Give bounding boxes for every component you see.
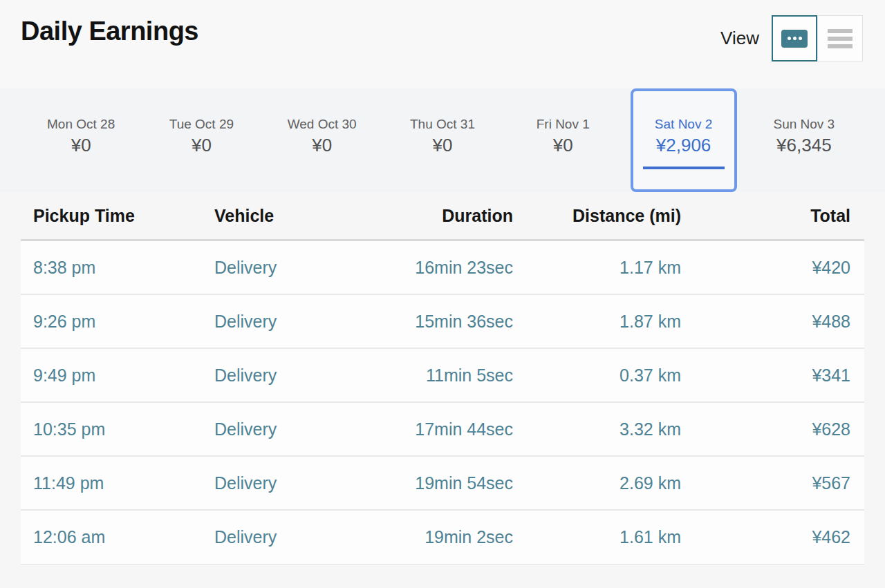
table-cell: Delivery [202,419,339,439]
day-label: Thu Oct 31 [410,116,475,133]
table-cell: 9:26 pm [21,312,202,332]
table-header-row: Pickup TimeVehicleDurationDistance (mi)T… [21,192,864,241]
day-selector-strip: Mon Oct 28¥0Tue Oct 29¥0Wed Oct 30¥0Thu … [0,88,885,192]
selected-day-box: Sat Nov 2¥2,906 [631,88,737,192]
topbar: Daily Earnings View [0,0,885,88]
day-box: Thu Oct 31¥0 [389,88,496,192]
day-box: Fri Nov 1¥0 [510,88,616,192]
table-cell: 19min 54sec [339,473,525,493]
table-cell: 1.17 km [525,258,693,278]
table-row[interactable]: 8:38 pmDelivery16min 23sec1.17 km¥420 [21,241,864,295]
table-cell: ¥488 [693,312,863,332]
day-tab-tue-oct-29[interactable]: Tue Oct 29¥0 [141,88,261,192]
table-cell: ¥341 [693,366,863,386]
day-label: Fri Nov 1 [537,116,590,133]
day-tab-mon-oct-28[interactable]: Mon Oct 28¥0 [21,88,141,192]
day-box: Tue Oct 29¥0 [148,88,254,192]
day-tab-sun-nov-3[interactable]: Sun Nov 3¥6,345 [744,88,864,192]
day-tab-fri-nov-1[interactable]: Fri Nov 1¥0 [503,88,623,192]
day-label: Mon Oct 28 [47,116,115,133]
table-cell: 10:35 pm [21,419,202,439]
table-cell: 11:49 pm [21,473,202,493]
table-row[interactable]: 9:49 pmDelivery11min 5sec0.37 km¥341 [21,349,864,403]
table-cell: 8:38 pm [21,258,202,278]
table-row[interactable]: 9:26 pmDelivery15min 36sec1.87 km¥488 [21,295,864,349]
selected-day-underline [643,167,725,169]
day-amount: ¥0 [433,134,453,157]
table-cell: Delivery [202,473,339,493]
column-header-total: Total [693,206,863,226]
table-cell: Delivery [202,258,339,278]
table-body: 8:38 pmDelivery16min 23sec1.17 km¥4209:2… [21,241,864,565]
day-label: Tue Oct 29 [169,116,234,133]
page-title: Daily Earnings [21,17,198,46]
table-cell: Delivery [202,312,339,332]
table-cell: 0.37 km [525,366,693,386]
table-cell: 9:49 pm [21,366,202,386]
table-row[interactable]: 11:49 pmDelivery19min 54sec2.69 km¥567 [21,457,864,511]
table-row[interactable]: 12:06 amDelivery19min 2sec1.61 km¥462 [21,511,864,565]
table-cell: 12:06 am [21,527,202,547]
day-tab-sat-nov-2[interactable]: Sat Nov 2¥2,906 [623,88,743,192]
day-tab-thu-oct-31[interactable]: Thu Oct 31¥0 [382,88,503,192]
day-label: Sat Nov 2 [655,116,712,133]
table-cell: Delivery [202,527,339,547]
table-cell: 11min 5sec [339,366,525,386]
table-cell: 19min 2sec [339,527,525,547]
table-cell: 1.61 km [525,527,693,547]
table-cell: ¥462 [693,527,863,547]
table-cell: 3.32 km [525,419,693,439]
column-header-vehicle: Vehicle [202,206,339,226]
table-cell: ¥420 [693,258,863,278]
column-header-distance-mi: Distance (mi) [525,206,693,226]
day-box: Sun Nov 3¥6,345 [751,88,857,192]
day-amount: ¥0 [312,134,332,157]
day-box: Mon Oct 28¥0 [28,88,134,192]
day-label: Wed Oct 30 [288,116,357,133]
day-box: Wed Oct 30¥0 [269,88,375,192]
card-dots-icon [781,30,808,48]
day-amount: ¥6,345 [776,134,832,157]
table-row[interactable]: 10:35 pmDelivery17min 44sec3.32 km¥628 [21,403,864,457]
column-header-pickup-time: Pickup Time [21,206,202,226]
list-view-button[interactable] [817,15,863,61]
column-header-duration: Duration [339,206,525,226]
table-cell: Delivery [202,366,339,386]
table-cell: 17min 44sec [339,419,525,439]
day-amount: ¥0 [71,134,91,157]
day-amount: ¥0 [192,134,212,157]
table-cell: 15min 36sec [339,312,525,332]
table-cell: 2.69 km [525,473,693,493]
earnings-table: Pickup TimeVehicleDurationDistance (mi)T… [21,192,864,565]
table-cell: 16min 23sec [339,258,525,278]
table-cell: ¥567 [693,473,863,493]
day-label: Sun Nov 3 [773,116,835,133]
view-switcher: View [720,15,863,61]
table-cell: 1.87 km [525,312,693,332]
view-label: View [720,28,759,49]
list-lines-icon [828,29,853,48]
card-view-button[interactable] [772,15,817,61]
view-toggle-group [772,15,863,61]
day-amount: ¥2,906 [656,134,711,157]
table-cell: ¥628 [693,419,863,439]
day-tab-wed-oct-30[interactable]: Wed Oct 30¥0 [262,88,382,192]
day-amount: ¥0 [553,134,573,157]
